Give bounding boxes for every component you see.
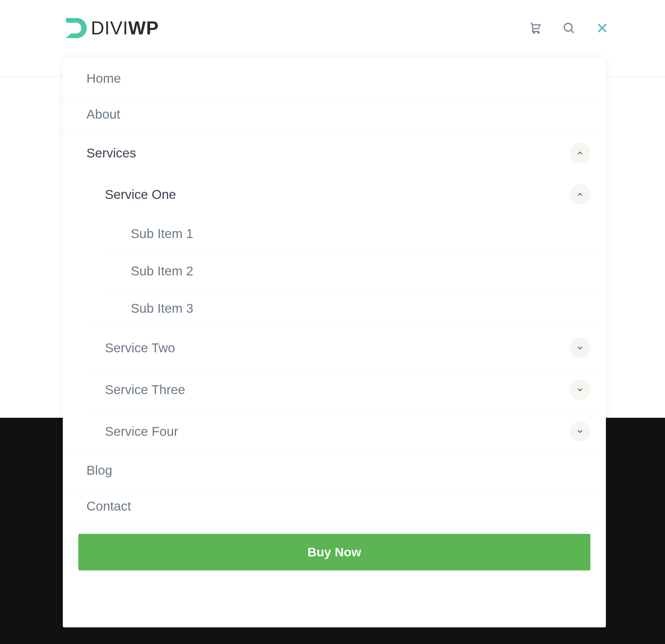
menu-item-contact[interactable]: Contact — [63, 488, 606, 524]
chevron-down-icon — [576, 386, 584, 394]
cta-wrap: Buy Now — [63, 534, 606, 570]
menu-label-service-two: Service Two — [105, 340, 175, 355]
menu-list: Home About Services Se — [63, 61, 606, 524]
menu-label-sub3: Sub Item 3 — [131, 301, 193, 316]
menu-label-blog: Blog — [86, 463, 112, 478]
menu-label-about: About — [86, 107, 120, 122]
menu-item-sub3[interactable]: Sub Item 3 — [105, 290, 606, 327]
site-header: DIVIWP — [0, 0, 665, 52]
logo-text: DIVIWP — [91, 17, 159, 39]
expand-toggle-service-three[interactable] — [570, 379, 590, 400]
collapse-toggle-services[interactable] — [570, 143, 590, 163]
chevron-down-icon — [576, 344, 584, 352]
menu-item-services[interactable]: Services Service One — [63, 132, 606, 453]
menu-item-service-four[interactable]: Service Four — [86, 411, 606, 452]
menu-item-about[interactable]: About — [63, 96, 606, 132]
menu-label-service-one: Service One — [105, 187, 176, 202]
submenu-services: Service One Sub Item 1 Sub Item 2 — [63, 174, 606, 452]
collapse-toggle-service-one[interactable] — [570, 184, 590, 205]
svg-point-2 — [564, 23, 572, 31]
menu-item-sub2[interactable]: Sub Item 2 — [105, 252, 606, 290]
menu-item-service-two[interactable]: Service Two — [86, 327, 606, 369]
menu-label-contact: Contact — [86, 499, 131, 513]
chevron-up-icon — [576, 149, 584, 157]
menu-item-blog[interactable]: Blog — [63, 453, 606, 488]
menu-label-home: Home — [86, 71, 121, 86]
menu-label-sub1: Sub Item 1 — [131, 226, 193, 241]
chevron-down-icon — [576, 427, 584, 435]
svg-point-0 — [533, 32, 535, 33]
expand-toggle-service-two[interactable] — [570, 338, 590, 358]
svg-line-3 — [571, 30, 574, 33]
menu-label-sub2: Sub Item 2 — [131, 264, 193, 278]
chevron-up-icon — [576, 190, 584, 199]
menu-item-service-one[interactable]: Service One Sub Item 1 Sub Item 2 — [86, 174, 606, 327]
expand-toggle-service-four[interactable] — [570, 421, 590, 442]
menu-item-home[interactable]: Home — [63, 61, 606, 96]
site-logo[interactable]: DIVIWP — [63, 15, 159, 41]
mobile-menu-panel: Home About Services Se — [63, 58, 606, 627]
menu-label-service-four: Service Four — [105, 424, 178, 439]
buy-now-button[interactable]: Buy Now — [78, 534, 590, 570]
menu-item-sub1[interactable]: Sub Item 1 — [105, 215, 606, 252]
cart-icon[interactable] — [528, 21, 543, 35]
menu-label-service-three: Service Three — [105, 382, 185, 397]
submenu-service-one: Sub Item 1 Sub Item 2 Sub Item 3 — [86, 215, 606, 327]
header-icons — [528, 21, 610, 35]
close-icon[interactable] — [595, 21, 610, 35]
menu-label-services: Services — [86, 146, 136, 160]
logo-mark-icon — [63, 15, 89, 41]
menu-item-service-three[interactable]: Service Three — [86, 369, 606, 411]
search-icon[interactable] — [562, 21, 576, 35]
svg-point-1 — [538, 32, 539, 33]
